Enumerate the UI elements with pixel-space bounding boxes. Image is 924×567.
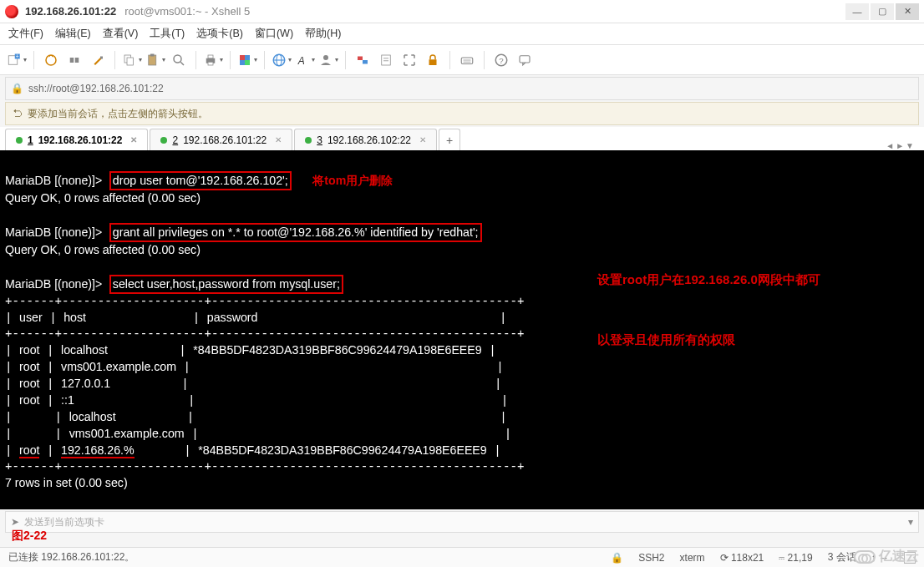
status-size-icon: ⟳ (720, 552, 731, 564)
maximize-button[interactable]: ▢ (871, 3, 894, 20)
menu-tab[interactable]: 选项卡(B) (196, 27, 243, 41)
svg-line-12 (180, 62, 184, 65)
svg-point-23 (323, 55, 328, 60)
svg-text:?: ? (499, 55, 504, 64)
close-button[interactable]: ✕ (896, 3, 919, 20)
svg-rect-29 (429, 59, 437, 65)
svg-rect-35 (520, 55, 530, 62)
chat-button[interactable] (515, 49, 535, 71)
annotation-drop: 将tom用户删除 (312, 174, 393, 187)
svg-rect-8 (127, 58, 134, 65)
tab-close-icon[interactable]: ✕ (419, 135, 426, 144)
address-bar[interactable]: 🔒 ssh://root@192.168.26.101:22 (5, 77, 919, 100)
status-pos-icon: ⎓ (779, 552, 787, 564)
annotation-grant-l1: 设置root用户在192.168.26.0网段中都可 (597, 270, 820, 290)
svg-rect-4 (70, 58, 74, 63)
svg-text:+: + (16, 53, 19, 58)
svg-rect-17 (240, 55, 245, 60)
session-tabs: 1 192.168.26.101:22 ✕ 2 192.168.26.101:2… (0, 127, 924, 150)
title-session: root@vms001:~ - Xshell 5 (124, 5, 250, 18)
tab-add-button[interactable]: + (439, 129, 460, 150)
svg-rect-5 (75, 58, 79, 63)
send-menu-icon[interactable]: ▾ (908, 516, 913, 528)
lock-icon: 🔒 (11, 83, 23, 94)
tab-nav-menu[interactable]: ▼ (906, 141, 914, 150)
tab-label: 192.168.26.101:22 (38, 134, 123, 146)
new-session-button[interactable]: + (7, 49, 27, 71)
menu-view[interactable]: 查看(V) (103, 27, 139, 41)
menu-file[interactable]: 文件(F) (8, 27, 43, 41)
font-button[interactable]: A (295, 49, 315, 71)
svg-text:A: A (297, 54, 305, 66)
keyboard-button[interactable] (457, 49, 477, 71)
status-pos: 21,19 (788, 552, 813, 564)
figure-label: 图2-22 (12, 529, 47, 544)
hint-bar: ⮌ 要添加当前会话，点击左侧的箭头按钮。 (5, 102, 919, 125)
status-sessions: 3 会话 (828, 550, 856, 564)
lock-button[interactable] (423, 49, 443, 71)
status-lock-icon: 🔒 (611, 552, 623, 564)
tab-1[interactable]: 1 192.168.26.101:22 ✕ (5, 129, 148, 150)
tab-number: 3 (317, 134, 322, 146)
paste-button[interactable] (145, 49, 165, 71)
fullscreen-button[interactable] (399, 49, 419, 71)
tab-nav-next[interactable]: ► (896, 141, 904, 150)
title-ip: 192.168.26.101:22 (25, 5, 116, 18)
svg-rect-10 (150, 53, 155, 56)
status-proto: SSH2 (638, 552, 664, 564)
hint-arrow-icon[interactable]: ⮌ (13, 108, 23, 119)
language-button[interactable] (272, 49, 292, 71)
address-text: ssh://root@192.168.26.101:22 (28, 83, 164, 94)
sql-select: select user,host,password from mysql.use… (109, 275, 343, 294)
svg-point-3 (46, 55, 56, 65)
script-button[interactable] (376, 49, 396, 71)
app-logo-icon (5, 5, 18, 18)
disconnect-button[interactable] (64, 49, 84, 71)
help-button[interactable]: ? (491, 49, 511, 71)
properties-button[interactable] (88, 49, 108, 71)
svg-rect-24 (358, 56, 363, 60)
status-term: xterm (680, 552, 705, 564)
send-arrow-icon: ➤ (11, 516, 19, 528)
svg-rect-18 (245, 60, 250, 65)
tab-nav-prev[interactable]: ◄ (886, 141, 894, 150)
status-connection: 已连接 192.168.26.101:22。 (8, 550, 135, 564)
svg-rect-14 (208, 55, 213, 58)
minimize-button[interactable]: — (845, 3, 869, 20)
tab-label: 192.168.26.102:22 (327, 134, 411, 146)
terminal-output[interactable]: MariaDB [(none)]> drop user tom@'192.168… (0, 150, 924, 509)
tab-2[interactable]: 2 192.168.26.101:22 ✕ (150, 129, 292, 150)
tab-number: 1 (28, 134, 33, 146)
svg-rect-9 (149, 55, 156, 65)
menu-edit[interactable]: 编辑(E) (55, 27, 91, 41)
svg-rect-15 (208, 62, 213, 65)
tab-3[interactable]: 3 192.168.26.102:22 ✕ (294, 129, 437, 150)
print-button[interactable] (203, 49, 223, 71)
menu-window[interactable]: 窗口(W) (255, 27, 293, 41)
menu-help[interactable]: 帮助(H) (305, 27, 341, 41)
color-scheme-button[interactable] (237, 49, 257, 71)
status-dot-icon (16, 137, 23, 144)
title-bar: 192.168.26.101:22 root@vms001:~ - Xshell… (0, 0, 924, 23)
svg-rect-26 (382, 55, 391, 65)
tab-close-icon[interactable]: ✕ (130, 135, 137, 144)
status-bar: 已连接 192.168.26.101:22。 🔒 SSH2 xterm ⟳ 11… (0, 547, 924, 567)
send-input-bar[interactable]: ➤ 发送到当前选项卡 ▾ (5, 511, 919, 533)
toolbar: + A ? (0, 45, 924, 75)
tab-number: 2 (172, 134, 178, 146)
watermark-icon (854, 550, 876, 564)
svg-point-11 (174, 55, 181, 63)
tab-label: 192.168.26.101:22 (183, 134, 267, 146)
user-button[interactable] (318, 49, 338, 71)
sql-drop-user: drop user tom@'192.168.26.102'; (109, 171, 292, 190)
transfer-button[interactable] (353, 49, 373, 71)
send-placeholder: 发送到当前选项卡 (24, 515, 104, 529)
find-button[interactable] (169, 49, 189, 71)
reconnect-button[interactable] (41, 49, 61, 71)
menu-tools[interactable]: 工具(T) (150, 27, 185, 41)
copy-button[interactable] (122, 49, 142, 71)
status-size: 118x21 (731, 552, 764, 564)
tab-close-icon[interactable]: ✕ (275, 135, 282, 144)
status-dot-icon (160, 137, 167, 144)
hint-text: 要添加当前会话，点击左侧的箭头按钮。 (28, 107, 208, 121)
